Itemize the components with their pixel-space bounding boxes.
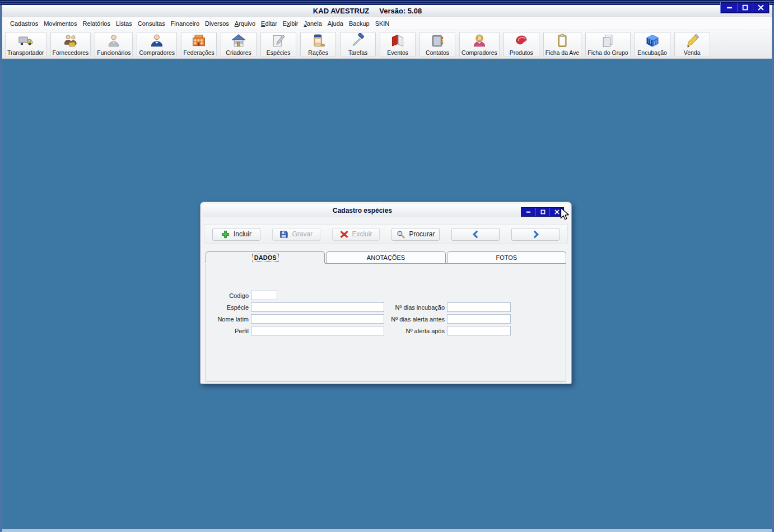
toolbar-button-tarefas[interactable]: Tarefas xyxy=(340,32,376,57)
form-left-column: CodigoEspécieNome latimPerfil xyxy=(212,291,384,338)
procurar-button[interactable]: Procurar xyxy=(391,228,440,241)
minimize-icon xyxy=(726,4,733,11)
especie-row: Espécie xyxy=(212,302,384,312)
toolbar-button-funcionarios[interactable]: Funcionários xyxy=(95,32,133,57)
perfil-input[interactable] xyxy=(251,326,384,335)
federation-building-icon xyxy=(191,33,207,49)
species-notepad-icon xyxy=(271,33,286,49)
employee-person-icon xyxy=(106,33,122,49)
buyer-person-icon xyxy=(149,33,165,49)
tasks-screwdriver-icon xyxy=(350,33,366,49)
toolbar-button-venda-label: Venda xyxy=(684,49,701,56)
menu-item-backup[interactable]: Backup xyxy=(346,18,372,29)
menu-item-janela[interactable]: Janela xyxy=(301,18,324,29)
toolbar-button-compradores[interactable]: Compradores xyxy=(137,32,177,57)
menu-item-editar[interactable]: Editar xyxy=(258,18,280,29)
breeder-house-icon xyxy=(231,33,246,49)
especie-label: Espécie xyxy=(212,304,251,311)
n-alerta-apos-label: Nº alerta após xyxy=(386,328,447,334)
menu-item-ajuda[interactable]: Ajuda xyxy=(325,18,346,29)
n-dias-alerta-antes-input[interactable] xyxy=(447,314,511,324)
menu-item-diversos[interactable]: Diversos xyxy=(202,18,232,29)
menu-item-exibir[interactable]: Exibir xyxy=(280,18,301,29)
tab-dados-label: DADOS xyxy=(253,254,278,261)
app-title: KAD AVESTRUZ xyxy=(313,7,369,15)
delete-x-icon xyxy=(340,230,348,239)
toolbar-button-fornecedores[interactable]: Fornecedores xyxy=(50,32,91,57)
dialog-maximize-button[interactable] xyxy=(535,208,549,216)
menu-item-relatorios[interactable]: Relatórios xyxy=(80,18,113,29)
toolbar-button-transportador[interactable]: Transportador xyxy=(5,32,46,57)
perfil-row: Perfil xyxy=(212,326,384,335)
window-close-button[interactable] xyxy=(753,3,768,12)
toolbar-button-racoes[interactable]: Rações xyxy=(300,32,336,57)
menu-item-consultas[interactable]: Consultas xyxy=(135,18,168,29)
window-bottom-border xyxy=(2,529,772,532)
bird-record-clipboard-icon xyxy=(554,33,570,49)
dialog-title-bar[interactable]: Cadastro espécies xyxy=(202,204,570,217)
toolbar-button-compradores-label: Compradores xyxy=(139,49,175,56)
truck-icon xyxy=(18,33,34,49)
n-dias-incubacao-input[interactable] xyxy=(447,302,511,312)
n-alerta-apos-input[interactable] xyxy=(447,326,511,335)
form-right-column: Nº dias incubaçãoNº dias alerta antesNº … xyxy=(386,302,511,338)
toolbar-button-produtos[interactable]: Produtos xyxy=(503,32,539,57)
menu-item-arquivo[interactable]: Arquivo xyxy=(232,18,258,29)
especie-input[interactable] xyxy=(251,302,384,312)
incubation-cube-icon xyxy=(645,33,660,49)
next-record-button[interactable] xyxy=(511,228,559,241)
nome-latim-row: Nome latim xyxy=(212,314,384,324)
menu-item-financeiro[interactable]: Financeiro xyxy=(168,18,202,29)
toolbar-button-federacoes[interactable]: Federações xyxy=(181,32,217,57)
toolbar-button-compradores-2[interactable]: Compradores xyxy=(459,32,500,57)
toolbar-button-criadores[interactable]: Criadores xyxy=(221,32,257,57)
menu-item-listas[interactable]: Listas xyxy=(113,18,135,29)
tab-fotos-label: FOTOS xyxy=(496,254,517,261)
toolbar-button-contatos-label: Contatos xyxy=(426,49,449,56)
add-plus-icon xyxy=(221,230,230,239)
codigo-input[interactable] xyxy=(251,291,277,300)
dialog-tab-panel-dados: CodigoEspécieNome latimPerfil Nº dias in… xyxy=(206,263,566,382)
toolbar-button-ficha-do-grupo-label: Ficha do Grupo xyxy=(588,49,628,56)
window-controls xyxy=(721,2,769,13)
app-version: Versão: 5.08 xyxy=(379,7,422,15)
next-arrow-icon xyxy=(531,230,540,239)
menu-item-skin[interactable]: SKIN xyxy=(372,18,393,29)
toolbar-button-encubacao-label: Encubação xyxy=(637,49,667,56)
window-minimize-button[interactable] xyxy=(721,3,737,12)
toolbar-button-fornecedores-label: Fornecedores xyxy=(53,49,89,56)
toolbar-button-tarefas-label: Tarefas xyxy=(348,49,367,56)
prev-record-button[interactable] xyxy=(451,228,500,241)
minimize-icon xyxy=(526,209,531,214)
excluir-button[interactable]: Excluir xyxy=(332,228,380,241)
procurar-button-label: Procurar xyxy=(409,230,435,238)
main-toolbar: TransportadorFornecedoresFuncionáriosCom… xyxy=(2,30,772,59)
dialog-minimize-button[interactable] xyxy=(521,208,535,216)
events-book-icon xyxy=(390,33,405,49)
toolbar-button-encubacao[interactable]: Encubação xyxy=(635,32,670,57)
toolbar-button-ficha-do-grupo[interactable]: Ficha do Grupo xyxy=(585,32,630,57)
toolbar-button-ficha-da-ave[interactable]: Ficha da Ave xyxy=(543,32,582,57)
toolbar-button-compradores-2-label: Compradores xyxy=(461,49,497,56)
incluir-button[interactable]: Incluir xyxy=(212,228,260,241)
toolbar-button-contatos[interactable]: Contatos xyxy=(419,32,455,57)
n-dias-incubacao-label: Nº dias incubação xyxy=(386,304,447,311)
tab-dados[interactable]: DADOS xyxy=(206,251,325,263)
group-record-pages-icon xyxy=(600,33,616,49)
window-maximize-button[interactable] xyxy=(737,3,753,12)
toolbar-button-produtos-label: Produtos xyxy=(510,49,533,56)
n-alerta-apos-row: Nº alerta após xyxy=(386,326,511,335)
dialog-action-bar: IncluirGravarExcluirProcurar xyxy=(204,224,568,244)
toolbar-button-venda[interactable]: Venda xyxy=(674,32,710,57)
tab-anotacoes[interactable]: ANOTAÇÕES xyxy=(326,251,445,263)
toolbar-button-especies[interactable]: Espécies xyxy=(260,32,296,57)
products-meat-icon xyxy=(514,33,529,49)
save-disk-icon xyxy=(279,230,288,239)
menu-item-cadastros[interactable]: Cadastros xyxy=(7,18,41,29)
tab-fotos[interactable]: FOTOS xyxy=(447,251,566,263)
gravar-button[interactable]: Gravar xyxy=(272,228,320,241)
toolbar-button-eventos[interactable]: Eventos xyxy=(380,32,416,57)
toolbar-button-racoes-label: Rações xyxy=(308,49,328,56)
menu-item-movimentos[interactable]: Movimentos xyxy=(41,18,80,29)
nome-latim-input[interactable] xyxy=(251,314,384,324)
